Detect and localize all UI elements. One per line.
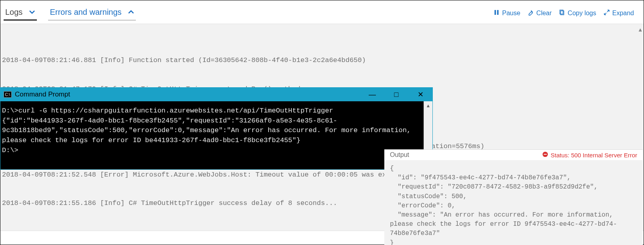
svg-rect-1 <box>497 10 499 15</box>
tab-logs[interactable]: Logs <box>4 5 37 22</box>
copy-icon <box>559 9 565 17</box>
minimize-button[interactable]: — <box>360 88 384 101</box>
scroll-up-icon[interactable]: ▲ <box>639 26 642 34</box>
output-heading: Output <box>390 151 409 159</box>
expand-label: Expand <box>612 10 634 17</box>
cmd-icon: C:\ <box>4 91 12 98</box>
clear-button[interactable]: Clear <box>527 9 551 17</box>
command-prompt-titlebar[interactable]: C:\ Command Prompt — □ ✕ <box>0 88 432 101</box>
output-status-text: Status: 500 Internal Server Error <box>551 152 637 159</box>
copy-label: Copy logs <box>568 10 596 17</box>
output-panel: Output Status: 500 Internal Server Error… <box>384 149 643 245</box>
expand-icon <box>604 9 610 17</box>
tab-errors-warnings[interactable]: Errors and warnings <box>48 5 136 22</box>
eraser-icon <box>527 9 534 17</box>
expand-button[interactable]: Expand <box>604 9 634 17</box>
pause-label: Pause <box>502 10 520 17</box>
pause-icon <box>493 9 500 17</box>
svg-rect-0 <box>495 10 496 15</box>
output-body[interactable]: { "id": "9f475543-ee4c-4277-bd74-74b8e76… <box>384 160 643 245</box>
tab-errors-label: Errors and warnings <box>50 8 121 17</box>
clear-label: Clear <box>536 10 551 17</box>
copy-logs-button[interactable]: Copy logs <box>559 9 596 17</box>
error-circle-icon <box>542 151 548 159</box>
command-prompt-window: C:\ Command Prompt — □ ✕ D:\>curl -G htt… <box>0 88 432 169</box>
output-status: Status: 500 Internal Server Error <box>542 151 637 159</box>
log-line: 2018-04-09T08:21:46.881 [Info] Function … <box>2 56 640 65</box>
command-prompt-title: Command Prompt <box>15 90 70 98</box>
svg-rect-5 <box>544 154 547 155</box>
maximize-button[interactable]: □ <box>384 88 408 101</box>
command-prompt-body[interactable]: D:\>curl -G https://csharpguitarfunction… <box>0 101 424 169</box>
logs-tabbar: Logs Errors and warnings Pause <box>0 0 644 24</box>
tab-logs-label: Logs <box>5 8 22 17</box>
chevron-up-icon <box>128 9 134 15</box>
close-button[interactable]: ✕ <box>408 88 432 101</box>
pause-button[interactable]: Pause <box>493 9 520 17</box>
chevron-down-icon <box>29 9 35 15</box>
